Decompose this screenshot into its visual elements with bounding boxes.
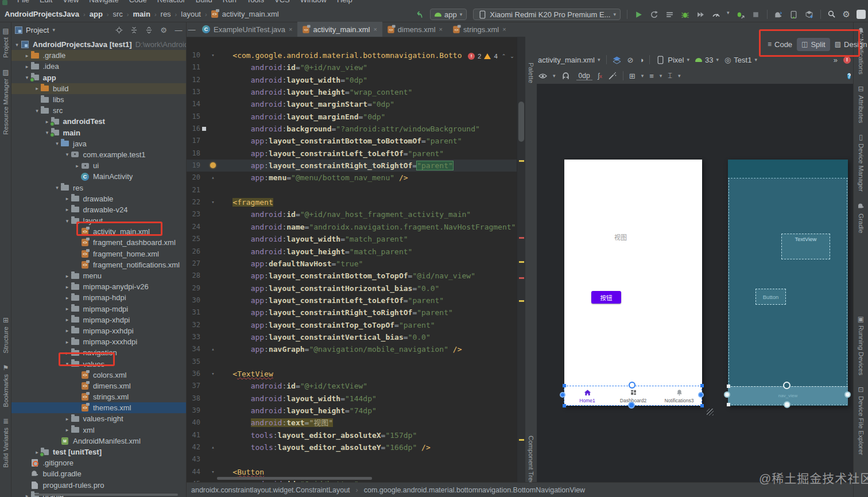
tool-window-button-device-manager[interactable]: ▯Device Manager: [854, 133, 868, 192]
design-canvas[interactable]: 视图 按钮 Home1Dashboard2Notifications3 Text…: [537, 84, 853, 482]
tree-row[interactable]: ▸mipmap-anydpi-v26: [11, 281, 186, 292]
tree-row[interactable]: ▸mipmap-hdpi: [11, 292, 186, 303]
mode-button-code[interactable]: ≡Code: [763, 38, 797, 51]
selection-handle[interactable]: [563, 404, 566, 407]
editor-scroll-stripe[interactable]: [517, 37, 525, 482]
error-stripe-mark[interactable]: [519, 237, 524, 239]
tree-row[interactable]: ▾res: [11, 182, 186, 193]
tree-row[interactable]: ▾main: [11, 127, 186, 138]
menu-item-view[interactable]: View: [63, 0, 79, 4]
error-stripe-mark[interactable]: [519, 300, 524, 302]
chevron-expanded-icon[interactable]: ▾: [34, 108, 40, 114]
chevron-collapsed-icon[interactable]: ▸: [64, 427, 71, 433]
tree-row[interactable]: ▾src: [11, 105, 186, 116]
close-icon[interactable]: ×: [289, 26, 292, 33]
tree-row[interactable]: <>colors.xml: [11, 370, 186, 380]
preview-textview[interactable]: 视图: [564, 232, 677, 242]
tree-row[interactable]: <>dimens.xml: [11, 380, 186, 391]
collapse-all-icon[interactable]: [145, 26, 153, 34]
menu-item-file[interactable]: File: [17, 0, 29, 4]
resize-handle[interactable]: [707, 409, 714, 416]
next-error-icon[interactable]: ⌄: [510, 53, 514, 59]
menu-item-vcs[interactable]: VCS: [274, 0, 290, 4]
chevron-collapsed-icon[interactable]: ▸: [24, 53, 30, 59]
view-mode-layers-icon[interactable]: [613, 55, 622, 64]
selection-handle[interactable]: [727, 403, 730, 406]
tree-row[interactable]: ▾app: [11, 72, 186, 83]
chevron-collapsed-icon[interactable]: ▸: [34, 86, 40, 91]
chevron-collapsed-icon[interactable]: ▸: [64, 317, 71, 323]
back-arrow-icon[interactable]: [414, 10, 424, 19]
chevron-down-icon[interactable]: ▾: [727, 10, 730, 19]
tree-row[interactable]: ▸mipmap-xxxhdpi: [11, 336, 186, 347]
editor-tab-ExampleUnitTest.java[interactable]: CExampleUnitTest.java×: [197, 22, 297, 37]
tool-window-button-structure[interactable]: ⊞Structure: [0, 316, 11, 354]
tree-row[interactable]: ▸build: [11, 83, 186, 94]
tool-window-button-project[interactable]: ▤Project: [0, 27, 11, 58]
autoconnect-icon[interactable]: [561, 71, 571, 80]
chevron-collapsed-icon[interactable]: ▸: [44, 119, 51, 125]
tree-row[interactable]: ▸ui: [11, 160, 186, 171]
chevron-expanded-icon[interactable]: ▾: [44, 130, 51, 135]
tree-row[interactable]: ▸menu: [11, 270, 186, 281]
close-icon[interactable]: ×: [439, 26, 443, 33]
run-icon[interactable]: [634, 10, 643, 19]
device-selector[interactable]: Xiaomi Redmi K20 Pro Premium E... ▾: [473, 9, 621, 20]
breadcrumb-item[interactable]: main: [133, 10, 150, 18]
editor-tab-strings.xml[interactable]: <>strings.xml×: [448, 22, 512, 37]
chevron-collapsed-icon[interactable]: ▸: [64, 196, 71, 201]
kebab-menu-icon[interactable]: ⋮: [859, 33, 866, 41]
search-icon[interactable]: [827, 9, 836, 18]
vertical-scrollbar-thumb[interactable]: [518, 102, 524, 142]
chevron-collapsed-icon[interactable]: ▸: [64, 328, 71, 333]
tree-row[interactable]: <>themes.xml: [11, 402, 186, 413]
tree-row[interactable]: ▸.idea: [11, 61, 186, 72]
view-options-icon[interactable]: [538, 71, 547, 80]
breadcrumb-item[interactable]: com.google.android.material.bottomnaviga…: [364, 486, 585, 494]
clear-constraints-icon[interactable]: ʃx: [598, 72, 602, 80]
constraint-anchor-bottom[interactable]: [784, 401, 790, 408]
tool-window-button-bookmarks[interactable]: ⚑Bookmarks: [0, 364, 11, 407]
breadcrumb-item[interactable]: src: [113, 10, 123, 18]
hide-panel-icon[interactable]: —: [175, 26, 183, 34]
chevron-collapsed-icon[interactable]: ▸: [64, 284, 71, 290]
chevron-collapsed-icon[interactable]: ▸: [64, 273, 71, 279]
chevron-down-icon[interactable]: ▾: [52, 27, 55, 33]
blueprint-phone[interactable]: TextView Button nav_view: [728, 160, 848, 406]
menu-item-window[interactable]: Window: [300, 0, 327, 4]
chevron-collapsed-icon[interactable]: ▸: [24, 64, 30, 69]
tree-row[interactable]: ▾layout: [11, 215, 186, 226]
chevron-expanded-icon[interactable]: ▾: [24, 75, 30, 80]
api-version-selector[interactable]: 33 ▾: [695, 56, 719, 64]
breadcrumb-item[interactable]: AndroidProjectsJava: [5, 10, 79, 18]
error-stripe-mark[interactable]: [519, 261, 524, 263]
expand-all-icon[interactable]: [130, 26, 138, 34]
constraint-anchor-bottom[interactable]: [628, 402, 635, 409]
gear-icon[interactable]: ⚙: [843, 9, 850, 20]
inspection-widget[interactable]: ! 2 4 ⌃ ⌄: [468, 53, 514, 60]
overflow-icon[interactable]: »: [834, 56, 838, 64]
breadcrumb-item[interactable]: app: [90, 10, 103, 18]
distribute-icon[interactable]: ⌶: [668, 71, 672, 80]
chevron-collapsed-icon[interactable]: ▸: [64, 207, 71, 212]
tree-row[interactable]: CMainActivity: [11, 171, 186, 182]
gradle-sync-icon[interactable]: [774, 10, 783, 19]
tree-row[interactable]: ▸navigation: [11, 347, 186, 358]
tree-row[interactable]: ▾java: [11, 138, 186, 149]
close-icon[interactable]: ×: [502, 26, 506, 33]
bottom-nav-item-home1[interactable]: Home1: [564, 387, 610, 406]
selection-handle[interactable]: [727, 385, 730, 388]
tree-row[interactable]: ▸values-night: [11, 413, 186, 424]
project-panel-title[interactable]: Project: [26, 26, 49, 34]
tree-row[interactable]: MAndroidManifest.xml: [11, 436, 186, 446]
preview-button[interactable]: 按钮: [591, 291, 621, 304]
tree-row[interactable]: ▸androidTest: [11, 116, 186, 127]
theme-selector[interactable]: ◎ Test1 ▾: [724, 56, 757, 64]
error-stripe-mark[interactable]: [519, 277, 524, 279]
align-icon[interactable]: ≡: [649, 72, 654, 80]
chevron-collapsed-icon[interactable]: ▸: [64, 339, 71, 345]
chevron-expanded-icon[interactable]: ▾: [64, 152, 71, 157]
tree-row[interactable]: <>fragment_dashboard.xml: [11, 237, 186, 248]
chevron-expanded-icon[interactable]: ▾: [64, 218, 71, 224]
breadcrumb-item[interactable]: activity_main.xml: [222, 10, 279, 18]
